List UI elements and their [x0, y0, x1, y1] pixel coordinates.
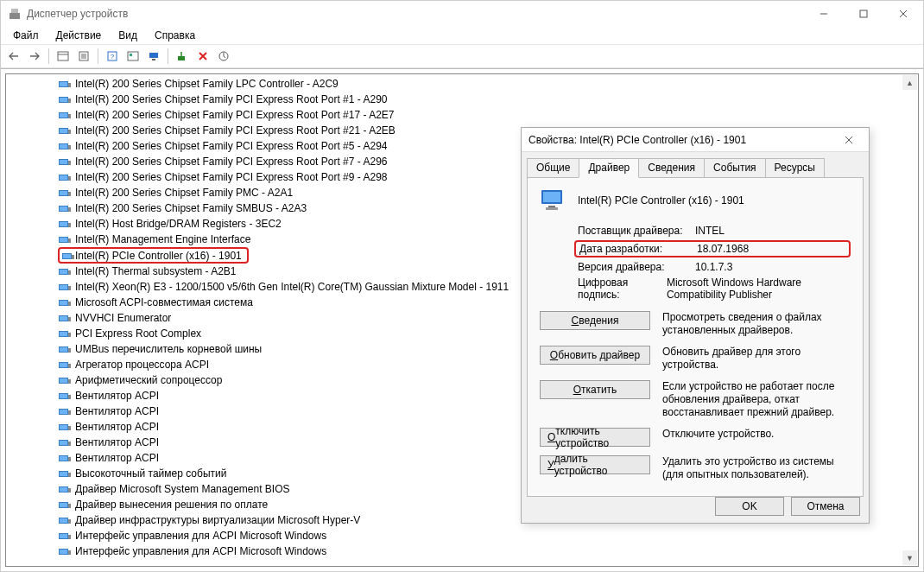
info-value: INTEL	[695, 225, 725, 237]
forward-button[interactable]	[25, 47, 44, 66]
info-row: Версия драйвера:10.1.7.3	[578, 261, 851, 273]
tree-item-label: Интерфейс управления для ACPI Microsoft …	[75, 530, 326, 542]
svg-rect-110	[60, 534, 67, 538]
svg-rect-18	[178, 56, 185, 60]
tree-item-label: Вентилятор ACPI	[75, 436, 159, 448]
tab-сведения[interactable]: Сведения	[638, 158, 705, 178]
tree-item-label: Intel(R) 200 Series Chipset Family PCI E…	[75, 93, 387, 105]
tab-ресурсы[interactable]: Ресурсы	[765, 158, 825, 178]
device-icon	[58, 437, 72, 448]
tab-общие[interactable]: Общие	[527, 158, 579, 178]
menu-action[interactable]: Действие	[49, 28, 109, 43]
tree-item[interactable]: Intel(R) 200 Series Chipset Family PCI E…	[6, 92, 918, 107]
scan-hardware-button[interactable]	[214, 47, 233, 66]
svg-rect-32	[60, 129, 67, 133]
monitor-icon	[540, 188, 567, 213]
device-icon	[61, 251, 75, 261]
window-title: Диспетчер устройств	[27, 8, 804, 20]
uninstall-button[interactable]	[193, 47, 212, 66]
tree-item-label: Intel(R) 200 Series Chipset Family PMC -…	[75, 187, 293, 199]
svg-rect-119	[548, 206, 555, 207]
svg-rect-27	[68, 99, 71, 103]
menu-file[interactable]: Файл	[6, 28, 46, 43]
tab-драйвер[interactable]: Драйвер	[579, 158, 639, 178]
monitor-button[interactable]	[144, 47, 163, 66]
svg-rect-14	[128, 52, 138, 60]
tree-item-label: Драйвер вынесения решения по оплате	[75, 499, 268, 511]
svg-rect-1	[11, 9, 18, 13]
tree-item-label: Intel(R) 200 Series Chipset Family PCI E…	[75, 156, 387, 168]
update-driver-button[interactable]	[173, 47, 192, 66]
action-button[interactable]: Откатить	[540, 380, 650, 399]
svg-rect-87	[68, 410, 71, 415]
tree-item-label: Intel(R) 200 Series Chipset Family LPC C…	[75, 78, 339, 90]
svg-rect-72	[68, 333, 71, 337]
svg-rect-63	[68, 286, 71, 290]
tree-item-label: Intel(R) 200 Series Chipset Family PCI E…	[75, 140, 387, 152]
show-hide-tree-button[interactable]	[54, 47, 73, 66]
help-button[interactable]: ?	[103, 47, 122, 66]
tree-item-label: Вентилятор ACPI	[75, 390, 159, 402]
action-button[interactable]: Обновить драйвер	[540, 346, 650, 365]
action-row: Удалить устройствоУдалить это устройство…	[540, 455, 851, 481]
tree-item-label: Агрегатор процессора ACPI	[75, 359, 209, 371]
menu-help[interactable]: Справка	[148, 28, 202, 43]
tree-item[interactable]: Интерфейс управления для ACPI Microsoft …	[6, 528, 918, 543]
svg-rect-120	[546, 207, 558, 210]
titlebar: Диспетчер устройств	[1, 1, 923, 27]
device-manager-window: Диспетчер устройств Файл Действие Вид Сп…	[0, 0, 924, 572]
svg-rect-75	[68, 348, 71, 353]
action-row: Обновить драйверОбновить драйвер для это…	[540, 346, 851, 372]
tab-события[interactable]: События	[704, 158, 766, 178]
svg-rect-62	[60, 285, 67, 289]
minimize-button[interactable]	[804, 1, 844, 27]
menu-view[interactable]: Вид	[111, 28, 144, 43]
svg-rect-113	[60, 550, 67, 554]
svg-rect-96	[68, 457, 71, 461]
back-button[interactable]	[4, 47, 23, 66]
svg-rect-41	[60, 175, 67, 180]
scroll-down-arrow[interactable]: ▼	[902, 550, 917, 565]
dialog-close-button[interactable]	[836, 131, 862, 149]
dialog-tabs: ОбщиеДрайверСведенияСобытияРесурсы	[522, 152, 869, 177]
maximize-button[interactable]	[844, 1, 883, 27]
tree-item-highlighted[interactable]: Intel(R) PCIe Controller (x16) - 1901	[58, 247, 249, 264]
tree-item-label: Microsoft ACPI-совместимая система	[75, 296, 253, 308]
svg-rect-60	[68, 270, 71, 275]
ok-button[interactable]: OK	[715, 497, 784, 516]
svg-rect-95	[60, 456, 67, 461]
info-label: Дата разработки:	[579, 243, 697, 255]
tree-item-label: Высокоточный таймер событий	[75, 467, 226, 480]
device-icon	[58, 110, 72, 120]
device-icon	[58, 282, 72, 292]
svg-rect-51	[68, 223, 71, 227]
scroll-up-arrow[interactable]: ▲	[902, 75, 917, 90]
action-button[interactable]: Сведения	[540, 311, 650, 330]
dialog-footer: OK Отмена	[715, 497, 860, 516]
device-icon	[58, 156, 72, 167]
tree-item[interactable]: Intel(R) 200 Series Chipset Family LPC C…	[6, 76, 918, 92]
toolbar-separator	[48, 48, 49, 64]
action-button[interactable]: Удалить устройство	[540, 455, 650, 474]
svg-rect-45	[68, 192, 71, 196]
svg-rect-33	[68, 130, 71, 134]
device-icon	[58, 468, 72, 479]
properties-button[interactable]	[74, 47, 93, 66]
cancel-button[interactable]: Отмена	[791, 497, 860, 516]
svg-rect-3	[860, 10, 867, 17]
device-icon	[58, 79, 72, 89]
close-button[interactable]	[883, 1, 923, 27]
tree-item-label: Драйвер Microsoft System Management BIOS	[75, 483, 290, 495]
action-description: Просмотреть сведения о файлах установлен…	[662, 311, 851, 337]
action-button[interactable]: Отключить устройство	[540, 428, 650, 447]
tree-item[interactable]: Интерфейс управления для ACPI Microsoft …	[6, 543, 918, 559]
properties-dialog: Свойства: Intel(R) PCIe Controller (x16)…	[521, 127, 870, 524]
scan-icon-button[interactable]	[123, 47, 142, 66]
svg-rect-86	[60, 410, 67, 414]
svg-rect-98	[60, 472, 67, 476]
svg-rect-89	[60, 425, 67, 429]
tree-item[interactable]: Intel(R) 200 Series Chipset Family PCI E…	[6, 107, 918, 123]
tree-item-label: Intel(R) 200 Series Chipset Family PCI E…	[75, 109, 395, 121]
tree-item-label: Интерфейс управления для ACPI Microsoft …	[75, 545, 326, 557]
svg-rect-53	[60, 238, 67, 242]
